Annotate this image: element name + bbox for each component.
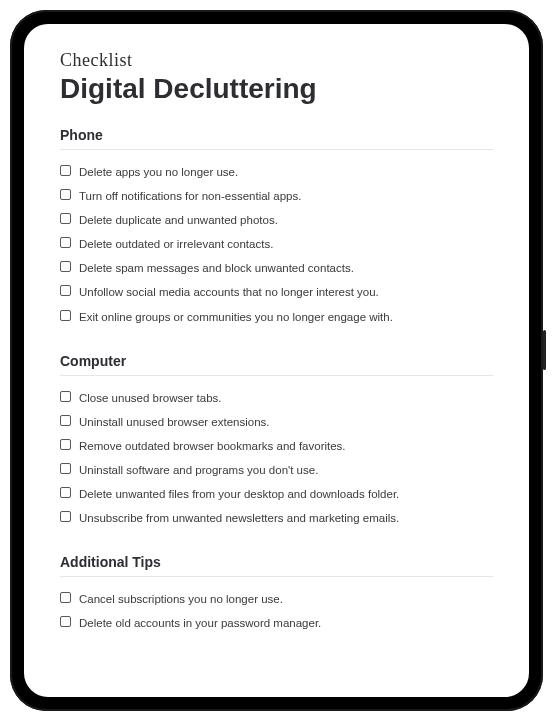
item-label: Turn off notifications for non-essential…: [79, 188, 493, 204]
checkbox-icon[interactable]: [60, 439, 71, 450]
checkbox-icon[interactable]: [60, 391, 71, 402]
list-item: Unfollow social media accounts that no l…: [60, 280, 493, 304]
list-item: Turn off notifications for non-essential…: [60, 184, 493, 208]
item-label: Delete unwanted files from your desktop …: [79, 486, 493, 502]
tablet-frame: Checklist Digital Decluttering Phone Del…: [10, 10, 543, 711]
item-label: Delete spam messages and block unwanted …: [79, 260, 493, 276]
checkbox-icon[interactable]: [60, 487, 71, 498]
checkbox-icon[interactable]: [60, 165, 71, 176]
checkbox-icon[interactable]: [60, 213, 71, 224]
section-heading: Additional Tips: [60, 554, 493, 577]
item-label: Delete outdated or irrelevant contacts.: [79, 236, 493, 252]
checkbox-icon[interactable]: [60, 261, 71, 272]
section-heading: Phone: [60, 127, 493, 150]
checkbox-icon[interactable]: [60, 592, 71, 603]
list-item: Unsubscribe from unwanted newsletters an…: [60, 506, 493, 530]
checkbox-icon[interactable]: [60, 285, 71, 296]
list-item: Close unused browser tabs.: [60, 386, 493, 410]
list-item: Delete outdated or irrelevant contacts.: [60, 232, 493, 256]
list-item: Delete old accounts in your password man…: [60, 611, 493, 635]
section-additional-tips: Additional Tips Cancel subscriptions you…: [60, 554, 493, 635]
screen: Checklist Digital Decluttering Phone Del…: [24, 24, 529, 697]
section-computer: Computer Close unused browser tabs. Unin…: [60, 353, 493, 531]
list-item: Exit online groups or communities you no…: [60, 305, 493, 329]
list-item: Uninstall software and programs you don'…: [60, 458, 493, 482]
item-label: Unfollow social media accounts that no l…: [79, 284, 493, 300]
list-item: Delete unwanted files from your desktop …: [60, 482, 493, 506]
list-item: Remove outdated browser bookmarks and fa…: [60, 434, 493, 458]
checkbox-icon[interactable]: [60, 511, 71, 522]
checkbox-icon[interactable]: [60, 463, 71, 474]
list-item: Delete duplicate and unwanted photos.: [60, 208, 493, 232]
item-label: Remove outdated browser bookmarks and fa…: [79, 438, 493, 454]
list-item: Cancel subscriptions you no longer use.: [60, 587, 493, 611]
checkbox-icon[interactable]: [60, 310, 71, 321]
list-item: Delete apps you no longer use.: [60, 160, 493, 184]
item-label: Uninstall software and programs you don'…: [79, 462, 493, 478]
item-label: Cancel subscriptions you no longer use.: [79, 591, 493, 607]
item-label: Delete duplicate and unwanted photos.: [79, 212, 493, 228]
section-heading: Computer: [60, 353, 493, 376]
list-item: Delete spam messages and block unwanted …: [60, 256, 493, 280]
checkbox-icon[interactable]: [60, 189, 71, 200]
device-side-button: [543, 330, 546, 370]
item-label: Delete old accounts in your password man…: [79, 615, 493, 631]
item-label: Delete apps you no longer use.: [79, 164, 493, 180]
checkbox-icon[interactable]: [60, 415, 71, 426]
checkbox-icon[interactable]: [60, 237, 71, 248]
page-title: Digital Decluttering: [60, 73, 493, 105]
list-item: Uninstall unused browser extensions.: [60, 410, 493, 434]
item-label: Unsubscribe from unwanted newsletters an…: [79, 510, 493, 526]
checkbox-icon[interactable]: [60, 616, 71, 627]
item-label: Close unused browser tabs.: [79, 390, 493, 406]
item-label: Exit online groups or communities you no…: [79, 309, 493, 325]
item-label: Uninstall unused browser extensions.: [79, 414, 493, 430]
eyebrow: Checklist: [60, 50, 493, 71]
section-phone: Phone Delete apps you no longer use. Tur…: [60, 127, 493, 329]
